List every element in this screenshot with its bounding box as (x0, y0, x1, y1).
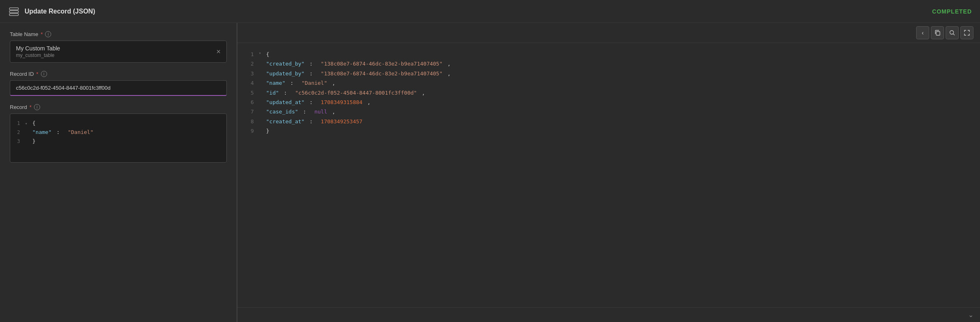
jv-line-6: 6 ▾ "updated_at": 1708349315884, (246, 98, 972, 107)
table-name-box: My Custom Table my_custom_table × (10, 41, 227, 63)
search-button[interactable] (946, 26, 959, 39)
jv-line-9: 9 ▾ } (246, 126, 972, 136)
table-name-content: My Custom Table my_custom_table (16, 45, 60, 58)
jv-line-4: 4 ▾ "name": "Daniel", (246, 78, 972, 88)
main-layout: Table Name * i My Custom Table my_custom… (0, 23, 980, 322)
status-badge: COMPLETED (932, 8, 972, 15)
table-name-sub: my_custom_table (16, 52, 60, 58)
svg-rect-2 (9, 14, 18, 16)
page-title: Update Record (JSON) (25, 8, 95, 15)
record-code-editor[interactable]: 1 ▾ { 2 ▾ "name": "Daniel" 3 ▾ } (10, 113, 227, 163)
header: Update Record (JSON) COMPLETED (0, 0, 980, 23)
jv-line-7: 7 ▾ "case_ids": null, (246, 107, 972, 116)
svg-rect-1 (9, 11, 18, 13)
svg-line-5 (953, 34, 955, 36)
chevron-down-icon[interactable]: ⌄ (968, 311, 973, 319)
jv-line-3: 3 ▾ "updated_by": "138c08e7-6874-46dc-83… (246, 69, 972, 78)
record-id-required: * (36, 71, 38, 77)
json-viewer: 1 ▾ { 2 ▾ "created_by": "138c08e7-6874-4… (237, 43, 980, 307)
bottom-chevron-area: ⌄ (237, 307, 980, 322)
record-line-2: 2 ▾ "name": "Daniel" (14, 128, 222, 137)
required-marker: * (41, 31, 43, 37)
record-line-3: 3 ▾ } (14, 137, 222, 146)
table-name-clear-button[interactable]: × (216, 48, 221, 55)
svg-rect-0 (9, 8, 18, 10)
record-id-input[interactable] (10, 80, 227, 96)
table-name-label: Table Name * i (10, 31, 227, 37)
record-line-1: 1 ▾ { (14, 119, 222, 128)
jv-line-2: 2 ▾ "created_by": "138c08e7-6874-46dc-83… (246, 59, 972, 68)
svg-rect-3 (936, 32, 940, 35)
record-info-icon[interactable]: i (34, 104, 40, 110)
record-required: * (29, 104, 32, 110)
expand-button[interactable] (960, 26, 973, 39)
jv-line-1: 1 ▾ { (246, 50, 972, 59)
record-label: Record * i (10, 104, 227, 110)
table-name-info-icon[interactable]: i (45, 31, 51, 37)
jv-line-8: 8 ▾ "created_at": 1708349253457 (246, 117, 972, 126)
left-panel: Table Name * i My Custom Table my_custom… (0, 23, 237, 322)
table-name-display: My Custom Table (16, 45, 60, 52)
svg-point-4 (950, 31, 954, 34)
database-icon (8, 6, 20, 17)
record-id-label: Record ID * i (10, 71, 227, 77)
right-panel: ‹ (237, 23, 980, 322)
back-button[interactable]: ‹ (916, 26, 929, 39)
jv-line-5: 5 ▾ "id": "c56c0c2d-f052-4504-8447-8001f… (246, 88, 972, 98)
header-left: Update Record (JSON) (8, 6, 95, 17)
right-toolbar: ‹ (237, 23, 980, 43)
copy-button[interactable] (931, 26, 944, 39)
record-id-info-icon[interactable]: i (41, 71, 47, 77)
